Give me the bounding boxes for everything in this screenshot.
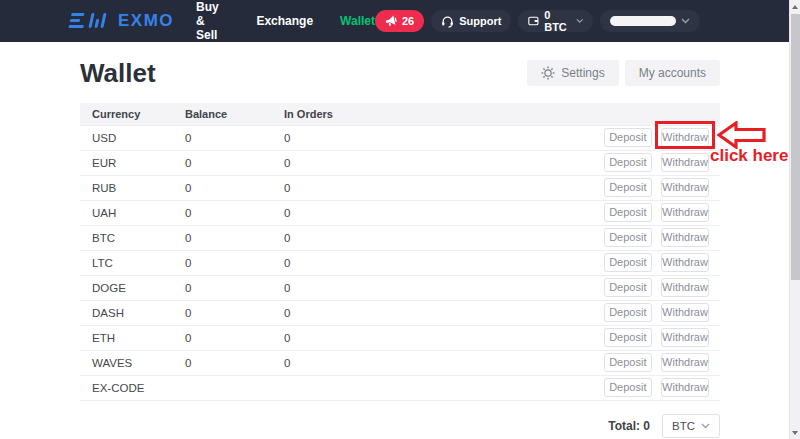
currency-cell: LTC — [80, 250, 185, 275]
deposit-button[interactable]: Deposit — [604, 253, 652, 272]
table-row: LTC 0 0 Deposit Withdraw — [80, 250, 720, 275]
total-currency-select[interactable]: BTC — [662, 414, 720, 438]
withdraw-button[interactable]: Withdraw — [661, 328, 709, 347]
brand-name: EXMO — [118, 11, 174, 31]
withdraw-button[interactable]: Withdraw — [661, 303, 709, 322]
scrollbar-thumb[interactable] — [791, 14, 800, 280]
balance-cell: 0 — [185, 325, 284, 350]
in-orders-cell: 0 — [284, 225, 484, 250]
currency-cell: ETH — [80, 325, 185, 350]
in-orders-cell — [284, 375, 484, 400]
col-header-actions — [484, 103, 720, 125]
currency-cell: BTC — [80, 225, 185, 250]
wallet-table: Currency Balance In Orders USD 0 0 Depos… — [80, 103, 720, 401]
vertical-scrollbar[interactable] — [789, 0, 800, 439]
table-row: DOGE 0 0 Deposit Withdraw — [80, 275, 720, 300]
balance-cell: 0 — [185, 175, 284, 200]
chevron-down-icon — [681, 18, 690, 24]
withdraw-button[interactable]: Withdraw — [661, 203, 709, 222]
balance-dropdown[interactable]: 0 BTC — [518, 10, 593, 32]
currency-cell: RUB — [80, 175, 185, 200]
scrollbar-up-arrow[interactable] — [790, 0, 800, 13]
table-row: DASH 0 0 Deposit Withdraw — [80, 300, 720, 325]
table-row: USD 0 0 Deposit Withdraw — [80, 125, 720, 150]
currency-cell: WAVES — [80, 350, 185, 375]
wallet-icon — [528, 15, 539, 27]
deposit-button[interactable]: Deposit — [604, 278, 652, 297]
deposit-button[interactable]: Deposit — [604, 153, 652, 172]
withdraw-button[interactable]: Withdraw — [661, 178, 709, 197]
chevron-down-icon — [576, 18, 583, 24]
table-row: EUR 0 0 Deposit Withdraw — [80, 150, 720, 175]
deposit-button[interactable]: Deposit — [604, 228, 652, 247]
support-button[interactable]: Support — [431, 10, 511, 32]
balance-cell: 0 — [185, 225, 284, 250]
navbar-right: 26 Support 0 BTC — [375, 10, 700, 32]
balance-cell: 0 — [185, 250, 284, 275]
currency-cell: USD — [80, 125, 185, 150]
balance-cell — [185, 375, 284, 400]
redacted-username — [610, 16, 676, 26]
in-orders-cell: 0 — [284, 200, 484, 225]
user-menu[interactable] — [600, 10, 700, 32]
deposit-button[interactable]: Deposit — [604, 303, 652, 322]
support-label: Support — [459, 15, 501, 27]
nav-buy-sell[interactable]: Buy & Sell — [196, 0, 229, 42]
withdraw-button[interactable]: Withdraw — [661, 278, 709, 297]
wallet-page: EXMO Buy & Sell Exchange Wallet 26 — [0, 0, 800, 439]
nav-exchange[interactable]: Exchange — [256, 14, 313, 28]
balance-cell: 0 — [185, 200, 284, 225]
table-row: RUB 0 0 Deposit Withdraw — [80, 175, 720, 200]
withdraw-button[interactable]: Withdraw — [661, 353, 709, 372]
deposit-button[interactable]: Deposit — [604, 353, 652, 372]
deposit-button[interactable]: Deposit — [604, 203, 652, 222]
withdraw-button[interactable]: Withdraw — [661, 378, 709, 397]
deposit-button[interactable]: Deposit — [604, 328, 652, 347]
exmo-logo-icon — [68, 11, 110, 31]
table-row: WAVES 0 0 Deposit Withdraw — [80, 350, 720, 375]
withdraw-button[interactable]: Withdraw — [661, 228, 709, 247]
headset-icon — [441, 15, 454, 28]
currency-cell: UAH — [80, 200, 185, 225]
megaphone-icon — [385, 15, 397, 27]
annotation-arrow-left-icon — [717, 121, 767, 149]
balance-cell: 0 — [185, 300, 284, 325]
deposit-button[interactable]: Deposit — [604, 128, 652, 147]
page-header: Wallet Settings My accounts — [80, 58, 720, 88]
table-row: UAH 0 0 Deposit Withdraw — [80, 200, 720, 225]
header-actions: Settings My accounts — [527, 60, 720, 86]
balance-cell: 0 — [185, 125, 284, 150]
withdraw-button[interactable]: Withdraw — [661, 128, 709, 147]
col-header-in-orders: In Orders — [284, 103, 484, 125]
table-row: ETH 0 0 Deposit Withdraw — [80, 325, 720, 350]
in-orders-cell: 0 — [284, 175, 484, 200]
table-row: EX-CODE Deposit Withdraw — [80, 375, 720, 400]
total-label: Total: 0 — [608, 419, 650, 433]
settings-button[interactable]: Settings — [527, 60, 618, 86]
deposit-button[interactable]: Deposit — [604, 178, 652, 197]
nav-wallet[interactable]: Wallet — [340, 14, 375, 28]
balance-cell: 0 — [185, 275, 284, 300]
notifications-badge[interactable]: 26 — [375, 10, 424, 32]
currency-cell: DASH — [80, 300, 185, 325]
chevron-down-icon — [701, 423, 710, 429]
gear-icon — [541, 66, 555, 80]
table-footer: Total: 0 BTC — [80, 414, 720, 438]
top-navbar: EXMO Buy & Sell Exchange Wallet 26 — [0, 0, 800, 42]
settings-label: Settings — [561, 66, 604, 80]
withdraw-button[interactable]: Withdraw — [661, 253, 709, 272]
scrollbar-down-arrow[interactable] — [790, 426, 800, 439]
in-orders-cell: 0 — [284, 325, 484, 350]
balance-cell: 0 — [185, 150, 284, 175]
withdraw-button[interactable]: Withdraw — [661, 153, 709, 172]
in-orders-cell: 0 — [284, 350, 484, 375]
exmo-logo[interactable]: EXMO — [68, 11, 174, 31]
in-orders-cell: 0 — [284, 125, 484, 150]
col-header-balance: Balance — [185, 103, 284, 125]
deposit-button[interactable]: Deposit — [604, 378, 652, 397]
main-nav: Buy & Sell Exchange Wallet — [196, 0, 375, 42]
table-header-row: Currency Balance In Orders — [80, 103, 720, 125]
total-currency-value: BTC — [672, 420, 695, 432]
my-accounts-button[interactable]: My accounts — [625, 60, 720, 86]
table-row: BTC 0 0 Deposit Withdraw — [80, 225, 720, 250]
